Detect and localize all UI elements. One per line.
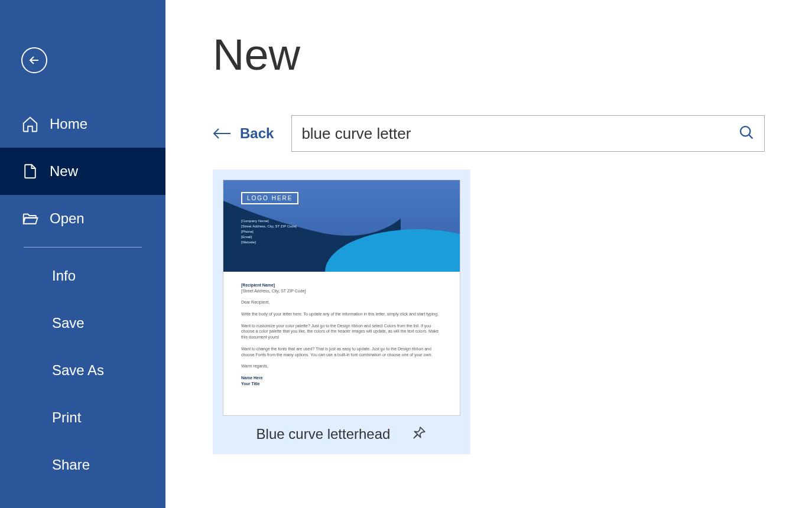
svg-point-0	[740, 126, 750, 136]
search-input[interactable]	[301, 125, 738, 143]
sidebar-item-label: New	[50, 163, 78, 180]
new-document-icon	[21, 162, 39, 180]
template-name-label: Blue curve letterhead	[256, 426, 391, 442]
template-footer: Blue curve letterhead	[223, 416, 460, 448]
sidebar-item-label: Home	[50, 116, 87, 132]
sidebar-item-label: Open	[50, 210, 85, 227]
template-card-blue-curve-letterhead[interactable]: LOGO HERE [Company Name] [Street Address…	[213, 170, 470, 454]
template-thumbnail: LOGO HERE [Company Name] [Street Address…	[223, 180, 460, 416]
main-panel: New Back LOGO HERE [Company Name] [Stree…	[165, 0, 812, 508]
search-box	[291, 115, 765, 152]
sidebar-item-label: Save	[52, 315, 85, 331]
sidebar-divider	[24, 247, 142, 248]
company-info-placeholder: [Company Name] [Street Address, City, ST…	[241, 219, 297, 245]
pin-button[interactable]	[411, 425, 427, 443]
sidebar-item-label: Print	[52, 409, 81, 426]
sidebar-item-print[interactable]: Print	[0, 394, 165, 441]
search-icon	[738, 124, 755, 141]
backstage-sidebar: Home New Open Info Save Save As Print Sh…	[0, 0, 165, 508]
pin-icon	[411, 425, 427, 441]
arrow-left-icon	[27, 53, 41, 67]
back-button[interactable]	[21, 47, 47, 73]
sidebar-item-share[interactable]: Share	[0, 441, 165, 489]
sidebar-item-open[interactable]: Open	[0, 195, 165, 242]
sidebar-item-info[interactable]: Info	[0, 252, 165, 299]
sidebar-item-save-as[interactable]: Save As	[0, 347, 165, 394]
sidebar-item-label: Share	[52, 457, 90, 473]
sidebar-item-label: Info	[52, 268, 76, 284]
back-link-label: Back	[240, 125, 274, 142]
thumbnail-body: [Recipient Name] [Street Address, City, …	[223, 272, 460, 397]
logo-placeholder: LOGO HERE	[241, 192, 298, 204]
back-link[interactable]: Back	[213, 125, 274, 142]
sidebar-item-label: Save As	[52, 362, 104, 379]
sidebar-item-home[interactable]: Home	[0, 100, 165, 148]
thumbnail-header-wave: LOGO HERE [Company Name] [Street Address…	[223, 180, 460, 272]
sidebar-item-new[interactable]: New	[0, 148, 165, 195]
page-title: New	[213, 30, 765, 80]
arrow-left-icon	[213, 128, 232, 139]
sidebar-item-save[interactable]: Save	[0, 299, 165, 347]
home-icon	[21, 115, 39, 133]
search-button[interactable]	[738, 124, 755, 143]
search-row: Back	[213, 115, 765, 152]
open-folder-icon	[21, 210, 39, 227]
